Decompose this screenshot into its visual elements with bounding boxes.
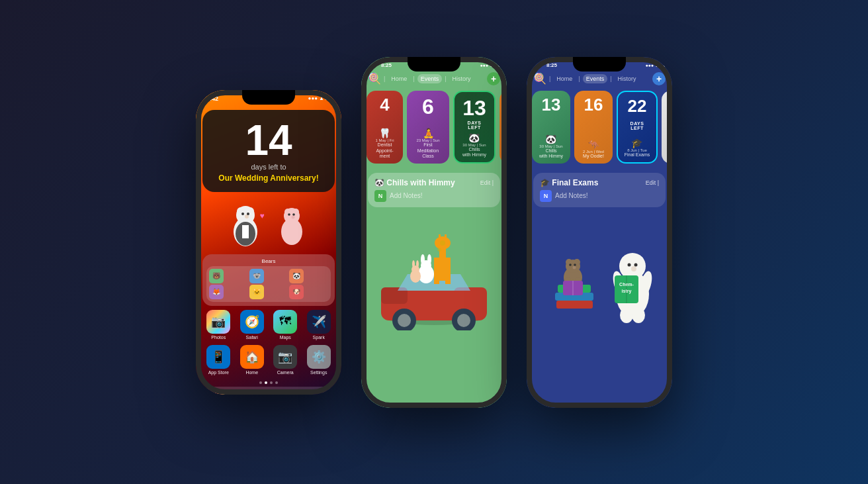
phone2-time: 8:25	[368, 62, 392, 68]
svg-rect-27	[434, 258, 439, 284]
dock-photos-icon[interactable]: 📷	[214, 391, 236, 395]
svg-point-24	[457, 314, 470, 327]
phone2-add-notes[interactable]: Add Notes!	[390, 192, 422, 199]
p3-card1-info: 🐼 30 May | Sun Chillswith Himmy	[539, 134, 563, 160]
phone3-tab-home[interactable]: Home	[553, 74, 576, 83]
phone1-bears-folder[interactable]: Bears 🐻 🐨 🐼 🦊 🐱 🐶	[202, 254, 335, 306]
svg-point-50	[574, 264, 576, 266]
p3-card2-number: 16	[584, 96, 603, 113]
svg-point-15	[292, 213, 295, 216]
phone2-tab-events[interactable]: Events	[417, 74, 443, 83]
phone2-edit-button[interactable]: Edit |	[480, 179, 494, 186]
folder-icon-1: 🐻	[209, 269, 224, 283]
phone-2-screen: 8:25 ●●● ▲ ▬ 🍭 | Home | Events | History	[361, 57, 507, 408]
phone2-car-svg	[368, 224, 500, 330]
phone3-notes-badge: N	[540, 190, 552, 202]
phone3-logo: 🍭	[533, 72, 546, 85]
phone3-tab-history[interactable]: History	[615, 74, 640, 83]
phone3-time: 8:25	[533, 62, 557, 68]
app-camera[interactable]: 📷 Camera	[271, 345, 300, 375]
phone-1: 8:42 ●●● ▲ ▬ 14 days left to Our Wedding…	[196, 90, 341, 395]
svg-rect-41	[556, 301, 593, 309]
phone3-add-notes[interactable]: Add Notes!	[555, 192, 587, 199]
svg-point-49	[569, 264, 572, 266]
phone-2-notch	[408, 57, 460, 72]
p3-card1-number: 13	[542, 96, 561, 113]
card1-emoji: 🦷	[375, 128, 394, 138]
phone1-days-text: days left to	[210, 163, 327, 171]
phone1-countdown-number: 14	[210, 119, 327, 162]
safari-icon: 🧭	[240, 310, 264, 334]
app-maps[interactable]: 🗺 Maps	[271, 310, 300, 340]
card3-days-left: DAYSLEFT	[468, 121, 482, 130]
home-icon: 🏠	[240, 345, 264, 369]
maps-label: Maps	[280, 335, 291, 340]
photos-icon: 📷	[206, 310, 230, 334]
app-spark[interactable]: ✈️ Spark	[304, 310, 334, 340]
phone2-tab-home[interactable]: Home	[388, 74, 410, 83]
phone3-event-card-2[interactable]: 16 🦘 2 Jun | Wed My Oodie!	[574, 91, 613, 164]
appstore-label: App Store	[208, 370, 229, 375]
p3-card4-name: WeddingAnniversary	[669, 148, 672, 160]
card3-name: Chillswith Himmy	[462, 147, 486, 158]
phone3-detail-card: 🎓 Final Exams Edit | N Add Notes!	[533, 173, 666, 207]
phone3-wifi-icon: ▲	[655, 63, 660, 68]
p3-card2-name: My Oodie!	[583, 154, 604, 159]
phone2-event-card-4[interactable]: 16 🦘 2 Jun | Wed My Oodie!	[499, 91, 507, 164]
app-photos[interactable]: 📷 Photos	[204, 310, 234, 340]
card2-number: 6	[422, 96, 434, 117]
app-safari[interactable]: 🧭 Safari	[238, 310, 267, 340]
phone1-bear-svg: ♥	[222, 195, 315, 248]
svg-point-22	[398, 314, 411, 327]
phone3-event-card-4[interactable]: 62 💍 18 Jul | Sun WeddingAnniversary	[662, 91, 672, 164]
phone3-divider-1: |	[549, 75, 550, 82]
app-settings[interactable]: ⚙️ Settings	[304, 345, 334, 375]
phone3-edit-button[interactable]: Edit |	[646, 179, 659, 186]
phone2-event-card-3[interactable]: 13 DAYSLEFT 🐼 30 May | Sun Chillswith Hi…	[453, 91, 496, 164]
phone2-event-card-1[interactable]: 4 🦷 1 May | Fri DentistAppoint-ment	[367, 91, 403, 164]
dock-safari-icon[interactable]: 🧭	[243, 391, 265, 395]
phone2-divider-3: |	[445, 75, 446, 82]
home-label: Home	[245, 370, 258, 375]
phone2-divider-1: |	[384, 75, 385, 82]
svg-point-6	[247, 213, 249, 215]
svg-point-39	[412, 260, 415, 268]
phone1-folder-icons: 🐻 🐨 🐼 🦊 🐱 🐶	[206, 266, 331, 302]
phone2-event-card-2[interactable]: 6 🧘 23 May | Sun FirstMeditationClass	[407, 91, 449, 164]
svg-point-5	[241, 213, 244, 215]
svg-point-14	[288, 213, 290, 216]
phone2-tab-history[interactable]: History	[449, 74, 474, 83]
svg-point-36	[427, 254, 431, 265]
phone2-signal-icon: ●●●	[480, 63, 488, 68]
phone3-signal-icon: ●●●	[645, 63, 654, 68]
phone-3-screen: 8:25 ●●● ▲ ▬ 🍭 | Home | Events | History	[527, 57, 672, 408]
phone-3: 8:25 ●●● ▲ ▬ 🍭 | Home | Events | History	[527, 57, 672, 408]
phone1-time: 8:42	[206, 95, 218, 102]
phone1-page-dots	[196, 379, 341, 387]
phone3-status-icons: ●●● ▲ ▬	[645, 63, 666, 68]
phone1-widget: 14 days left to Our Wedding Anniversary!	[202, 110, 335, 192]
dot-4	[275, 381, 278, 384]
p3-card3-name: Final Exams	[625, 152, 650, 158]
phone2-wifi-icon: ▲	[490, 63, 494, 68]
phone3-plus-button[interactable]: +	[652, 72, 666, 85]
phone1-wifi-icon: ▲	[319, 95, 324, 101]
appstore-icon: 📱	[206, 345, 230, 369]
card3-emoji: 🐼	[462, 132, 486, 143]
app-appstore[interactable]: 📱 App Store	[204, 345, 234, 375]
phone3-event-card-3[interactable]: 22 DAYSLEFT 🎓 8 Jun | Tue Final Exams	[617, 91, 658, 164]
phone1-app-grid-row2: 📱 App Store 🏠 Home 📷 Camera ⚙️ Settings	[196, 344, 341, 379]
phone1-status-icons: ●●● ▲ ▬	[308, 95, 331, 101]
dock-maps-icon[interactable]: 🗺	[272, 391, 294, 395]
phone3-tab-events[interactable]: Events	[583, 74, 608, 83]
phone2-status-icons: ●●● ▲ ▬	[480, 63, 500, 68]
dock-spark-icon[interactable]: ✈️	[301, 391, 324, 395]
folder-icon-6: 🐶	[289, 285, 304, 299]
phone3-study-svg: Chem- istry	[530, 215, 669, 344]
phone2-plus-button[interactable]: +	[487, 72, 500, 85]
p3-card3-days-left: DAYSLEFT	[630, 121, 644, 130]
phone2-detail-title: 🐼 Chills with Himmy	[374, 178, 455, 187]
phone2-logo: 🍭	[368, 72, 381, 85]
app-home[interactable]: 🏠 Home	[238, 345, 267, 375]
phone3-event-card-1[interactable]: 13 🐼 30 May | Sun Chillswith Himmy	[532, 91, 570, 164]
